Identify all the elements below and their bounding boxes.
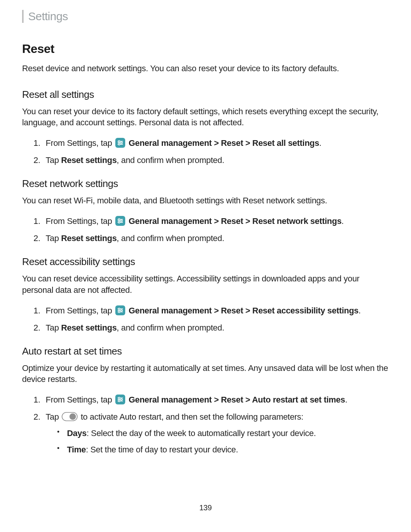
step-text: Tap [46, 323, 61, 332]
svg-point-29 [70, 414, 76, 420]
bullet-text: : Select the day of the week to automati… [86, 428, 316, 438]
step-text: , and confirm when prompted. [117, 233, 225, 243]
svg-point-16 [118, 308, 120, 310]
list-item: Time: Set the time of day to restart you… [46, 443, 389, 456]
list-item: From Settings, tap General management > … [22, 393, 389, 406]
step-text: . [319, 138, 322, 148]
breadcrumb-path: General management > Reset > Reset netwo… [126, 216, 341, 226]
step-text: . [341, 216, 344, 226]
step-text: . [358, 306, 361, 315]
step-text: From Settings, tap [46, 216, 114, 226]
intro-paragraph: Reset device and network settings. You c… [22, 63, 389, 74]
bullet-text: : Set the time of day to restart your de… [86, 445, 238, 454]
settings-sliders-icon [115, 395, 125, 404]
svg-point-18 [121, 310, 122, 311]
breadcrumb-path: General management > Reset > Reset all s… [126, 138, 319, 148]
section-reset-accessibility: Reset accessibility settings You can res… [22, 256, 389, 334]
list-item: From Settings, tap General management > … [22, 137, 389, 149]
svg-point-23 [118, 397, 120, 399]
svg-point-11 [121, 220, 122, 222]
step-text: Tap [46, 412, 61, 422]
desc-reset-network: You can reset Wi-Fi, mobile data, and Bl… [22, 195, 389, 206]
page-number: 139 [0, 503, 411, 512]
desc-reset-all: You can reset your device to its factory… [22, 106, 389, 128]
step-text: , and confirm when prompted. [117, 155, 225, 165]
step-text: From Settings, tap [46, 395, 114, 404]
svg-point-27 [118, 400, 120, 402]
step-text: From Settings, tap [46, 138, 114, 148]
list-item: From Settings, tap General management > … [22, 215, 389, 227]
page-title: Reset [22, 42, 389, 56]
emphasis-label: Reset settings [61, 155, 116, 165]
svg-point-9 [118, 219, 120, 220]
desc-auto-restart: Optimize your device by restarting it au… [22, 363, 389, 385]
bullet-label: Days [67, 428, 86, 438]
step-text: , and confirm when prompted. [117, 323, 225, 332]
heading-reset-network: Reset network settings [22, 178, 389, 190]
svg-point-4 [121, 142, 122, 144]
list-item: Tap Reset settings, and confirm when pro… [22, 232, 389, 244]
step-text: Tap [46, 233, 61, 243]
list-item: Tap Reset settings, and confirm when pro… [22, 154, 389, 166]
svg-point-6 [118, 144, 120, 145]
heading-reset-accessibility: Reset accessibility settings [22, 256, 389, 268]
list-item: Tap to activate Auto restart, and then s… [22, 411, 389, 456]
settings-sliders-icon [115, 305, 125, 315]
emphasis-label: Reset settings [61, 233, 116, 243]
step-text: From Settings, tap [46, 306, 114, 315]
step-text: Tap [46, 155, 61, 165]
section-reset-all: Reset all settings You can reset your de… [22, 89, 389, 167]
breadcrumb-path: General management > Reset > Auto restar… [126, 395, 345, 404]
header-section-tab: Settings [22, 10, 389, 23]
list-item: From Settings, tap General management > … [22, 304, 389, 317]
list-item: Tap Reset settings, and confirm when pro… [22, 321, 389, 334]
step-text: . [345, 395, 347, 404]
toggle-switch-icon [62, 412, 78, 421]
desc-reset-accessibility: You can reset device accessibility setti… [22, 273, 389, 296]
svg-point-25 [121, 399, 122, 400]
settings-sliders-icon [115, 216, 125, 226]
heading-reset-all: Reset all settings [22, 89, 389, 101]
step-text: to activate Auto restart, and then set t… [78, 412, 303, 422]
bullet-label: Time [67, 445, 86, 454]
emphasis-label: Reset settings [61, 323, 116, 332]
list-item: Days: Select the day of the week to auto… [46, 427, 389, 439]
section-auto-restart: Auto restart at set times Optimize your … [22, 345, 389, 456]
section-reset-network: Reset network settings You can reset Wi-… [22, 178, 389, 244]
svg-point-13 [118, 222, 120, 223]
breadcrumb-path: General management > Reset > Reset acces… [126, 306, 358, 315]
heading-auto-restart: Auto restart at set times [22, 345, 389, 357]
svg-point-2 [118, 141, 120, 142]
settings-sliders-icon [115, 138, 125, 148]
svg-point-20 [118, 311, 120, 313]
